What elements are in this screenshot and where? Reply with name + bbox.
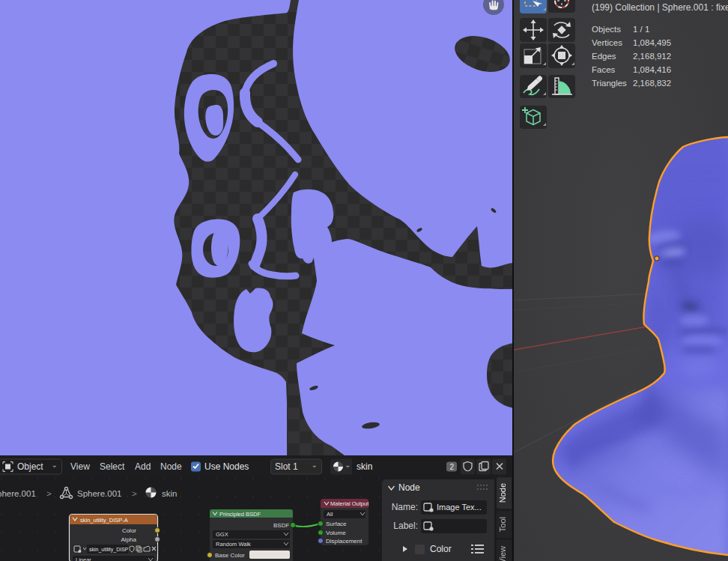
svg-text:Faces: Faces	[592, 65, 616, 74]
svg-text:>: >	[46, 489, 52, 498]
svg-text:All: All	[327, 511, 333, 518]
svg-text:Vertices: Vertices	[592, 38, 622, 47]
svg-text:Color: Color	[122, 527, 136, 534]
svg-text:skin: skin	[162, 489, 177, 498]
svg-text:Linear: Linear	[76, 557, 91, 561]
svg-text:Edges: Edges	[592, 52, 616, 61]
svg-text:1,084,495: 1,084,495	[633, 38, 671, 47]
svg-text:BSDF: BSDF	[273, 522, 289, 529]
svg-text:Displacement: Displacement	[326, 538, 363, 545]
svg-text:1,084,416: 1,084,416	[633, 65, 671, 74]
svg-text:Sphere.001: Sphere.001	[77, 489, 121, 498]
svg-text:skin_utility_DISP-A: skin_utility_DISP-A	[89, 547, 134, 553]
svg-text:phere.001: phere.001	[0, 489, 36, 498]
svg-text:>: >	[132, 489, 137, 498]
svg-text:1 / 1: 1 / 1	[633, 25, 649, 34]
svg-text:Base Color: Base Color	[215, 552, 245, 559]
svg-text:(199) Collection | Sphere.001: (199) Collection | Sphere.001 : fixes	[592, 2, 728, 13]
svg-text:Surface: Surface	[326, 521, 347, 527]
svg-text:Principled BSDF: Principled BSDF	[219, 511, 261, 518]
svg-text:skin_utility_DISP-A: skin_utility_DISP-A	[80, 517, 128, 524]
svg-text:Volume: Volume	[326, 530, 346, 536]
svg-text:Triangles: Triangles	[592, 79, 627, 88]
svg-text:GGX: GGX	[216, 531, 228, 538]
svg-text:Material Output: Material Output	[330, 500, 369, 507]
svg-text:Objects: Objects	[592, 25, 621, 34]
svg-text:2,168,912: 2,168,912	[633, 52, 671, 61]
svg-text:2,168,832: 2,168,832	[633, 79, 671, 88]
svg-text:Random Walk: Random Walk	[216, 541, 251, 548]
svg-text:Alpha: Alpha	[121, 536, 137, 543]
